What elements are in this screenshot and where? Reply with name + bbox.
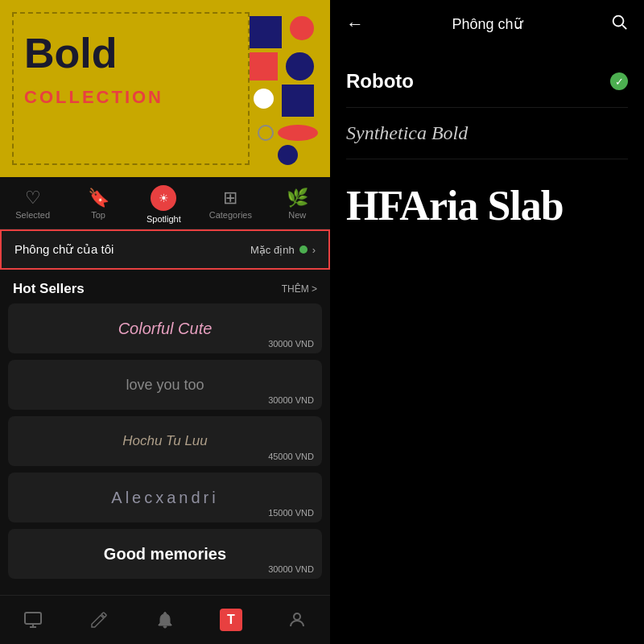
right-header: ← Phông chữ xyxy=(330,0,644,47)
font-name-loveyoo: love you too xyxy=(126,377,204,394)
font-item-algo[interactable]: Alecxandri 15000 VND xyxy=(8,473,322,522)
t-type-icon: T xyxy=(220,609,242,631)
right-panel: ← Phông chữ Roboto ✓ Synthetica Bold HFA… xyxy=(330,0,644,644)
leaf-icon: 🌿 xyxy=(287,189,308,207)
bottom-nav: T xyxy=(0,595,330,644)
my-fonts-right: Mặc định › xyxy=(250,244,316,256)
font-name-algo: Alecxandri xyxy=(111,489,218,507)
font-item-goodmem[interactable]: Good memories 30000 VND xyxy=(8,529,322,579)
svg-rect-0 xyxy=(25,613,41,624)
heart-icon: ♡ xyxy=(25,189,41,207)
svg-line-5 xyxy=(622,25,626,29)
geometric-shapes xyxy=(225,8,322,169)
bottom-nav-edit[interactable] xyxy=(83,604,115,636)
shape-8 xyxy=(258,125,274,141)
tab-spotlight-label: Spotlight xyxy=(147,214,181,224)
font-price-colorful: 30000 VND xyxy=(268,339,314,349)
hfaria-font-name: HFAria Slab xyxy=(346,174,564,237)
bottom-nav-user[interactable] xyxy=(281,604,313,636)
bottom-nav-bell[interactable] xyxy=(149,604,181,636)
tab-selected[interactable]: ♡ Selected xyxy=(13,189,53,220)
shape-4 xyxy=(250,52,278,80)
tab-selected-label: Selected xyxy=(15,210,50,220)
right-panel-title: Phông chữ xyxy=(452,15,522,33)
shape-5 xyxy=(254,89,274,109)
chevron-right-icon: › xyxy=(312,244,316,256)
my-fonts-label: Phông chữ của tôi xyxy=(14,242,114,257)
tab-categories-label: Categories xyxy=(209,210,252,220)
bookmark-icon: 🔖 xyxy=(88,189,109,207)
font-price-goodmem: 30000 VND xyxy=(268,564,314,574)
status-dot xyxy=(299,246,308,254)
shape-9 xyxy=(278,145,298,165)
search-button[interactable] xyxy=(610,13,628,35)
shape-1 xyxy=(250,16,282,48)
grid-icon: ⊞ xyxy=(223,189,237,207)
tab-categories[interactable]: ⊞ Categories xyxy=(209,189,252,220)
tab-new-label: New xyxy=(288,210,306,220)
shape-3 xyxy=(286,52,314,80)
font-name-goodmem: Good memories xyxy=(104,545,226,564)
selected-checkmark: ✓ xyxy=(610,72,628,90)
default-label: Mặc định xyxy=(250,244,295,256)
bottom-nav-type[interactable]: T xyxy=(215,604,247,636)
left-panel: Bold COLLECTION ♡ Selected 🔖 Top ☀ Spotl… xyxy=(0,0,330,644)
svg-point-3 xyxy=(294,613,300,620)
svg-point-4 xyxy=(613,16,624,27)
font-list: Colorful Cute 30000 VND love you too 300… xyxy=(0,303,330,595)
back-button[interactable]: ← xyxy=(346,14,364,35)
roboto-font-name: Roboto xyxy=(346,70,414,93)
font-right-list: Roboto ✓ Synthetica Bold HFAria Slab xyxy=(330,47,644,644)
font-item-hochu[interactable]: Hochu Tu Luu 45000 VND xyxy=(8,416,322,466)
hero-banner: Bold COLLECTION xyxy=(0,0,330,177)
font-name-colorful: Colorful Cute xyxy=(118,320,213,338)
synthetica-font-name: Synthetica Bold xyxy=(346,122,468,144)
tab-new[interactable]: 🌿 New xyxy=(277,189,317,220)
shape-7 xyxy=(278,125,318,141)
bold-label: Bold xyxy=(24,32,118,74)
them-more-link[interactable]: THÊM > xyxy=(282,283,317,295)
font-price-algo: 15000 VND xyxy=(268,508,314,518)
font-name-hochu: Hochu Tu Luu xyxy=(122,433,208,449)
hot-sellers-header: Hot Sellers THÊM > xyxy=(0,270,330,303)
tab-top[interactable]: 🔖 Top xyxy=(78,189,118,220)
spotlight-icon: ☀ xyxy=(151,185,176,211)
font-price-loveyoo: 30000 VND xyxy=(268,395,314,405)
shape-6 xyxy=(282,85,314,117)
font-item-loveyoo[interactable]: love you too 30000 VND xyxy=(8,360,322,410)
tab-spotlight[interactable]: ☀ Spotlight xyxy=(143,185,184,224)
font-price-hochu: 45000 VND xyxy=(268,452,314,461)
shape-2 xyxy=(290,16,314,40)
hot-sellers-title: Hot Sellers xyxy=(13,281,85,297)
font-right-item-hfaria[interactable]: HFAria Slab xyxy=(346,159,628,252)
tab-top-label: Top xyxy=(91,210,105,220)
bottom-nav-display[interactable] xyxy=(17,604,49,636)
font-right-item-roboto[interactable]: Roboto ✓ xyxy=(346,56,628,108)
collection-label: COLLECTION xyxy=(24,87,163,108)
font-right-item-synthetica[interactable]: Synthetica Bold xyxy=(346,108,628,159)
my-fonts-bar[interactable]: Phông chữ của tôi Mặc định › xyxy=(0,229,330,270)
nav-tabs: ♡ Selected 🔖 Top ☀ Spotlight ⊞ Categorie… xyxy=(0,177,330,229)
font-item-colorful[interactable]: Colorful Cute 30000 VND xyxy=(8,303,322,353)
